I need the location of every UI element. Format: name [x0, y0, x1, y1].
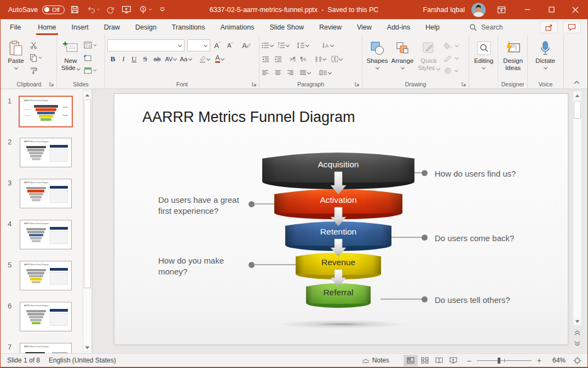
change-case-button[interactable]: Aa	[178, 56, 193, 62]
search-box[interactable]: Search	[469, 24, 503, 31]
close-button[interactable]	[563, 0, 587, 19]
canvas-scrollbar[interactable]	[573, 91, 582, 326]
ltr-button[interactable]: >¶	[290, 56, 296, 62]
arrange-button[interactable]: Arrange	[390, 37, 415, 79]
tab-review[interactable]: Review	[312, 19, 349, 35]
slide-thumbnail-2[interactable]: AARRR Metrics Funnel Diagram	[20, 138, 72, 167]
slide-thumbnail-7[interactable]: AARRR Metrics Funnel Diagram	[20, 343, 72, 353]
callout-text[interactable]: Do users tell others?	[435, 295, 510, 306]
clipboard-dialog-launcher[interactable]	[49, 81, 55, 87]
italic-button[interactable]: I	[118, 55, 129, 63]
user-name[interactable]: Farshad Iqbal	[423, 6, 465, 14]
zoom-level[interactable]: 64%	[546, 357, 566, 364]
touch-mode-dropdown-icon[interactable]	[148, 8, 152, 11]
undo-icon[interactable]	[84, 3, 97, 16]
slide-thumbnail-1[interactable]: AARRR Metrics Funnel Diagram	[20, 97, 72, 126]
increase-indent-button[interactable]	[274, 56, 282, 62]
font-name-combo[interactable]	[107, 39, 185, 51]
underline-button[interactable]: U	[129, 55, 140, 63]
funnel-diagram[interactable]: AcquisitionActivationRetentionRevenueRef…	[114, 94, 569, 346]
align-left-button[interactable]	[262, 70, 269, 76]
tab-slide-show[interactable]: Slide Show	[262, 19, 312, 35]
section-button[interactable]	[82, 65, 98, 76]
next-slide-button[interactable]	[573, 339, 582, 348]
numbering-button[interactable]	[278, 42, 289, 49]
save-icon[interactable]	[68, 3, 81, 16]
zoom-out-button[interactable]: –	[467, 356, 471, 365]
character-spacing-button[interactable]: AV	[164, 56, 178, 62]
reset-slide-button[interactable]	[82, 52, 98, 63]
autosave-toggle[interactable]: Off	[42, 5, 65, 14]
canvas-scroll-up-icon[interactable]	[573, 91, 581, 100]
quick-styles-button[interactable]: Quick Styles	[415, 37, 442, 79]
dictate-button[interactable]: Dictate	[530, 37, 561, 79]
tab-help[interactable]: Help	[418, 19, 447, 35]
align-text-button[interactable]	[331, 56, 342, 62]
callout-text[interactable]: Do users have a great first experience?	[158, 195, 239, 216]
minimize-button[interactable]	[515, 0, 539, 19]
collapse-ribbon-button[interactable]	[574, 80, 580, 84]
thumbnail-scrollbar-thumb[interactable]	[84, 100, 91, 288]
canvas-scroll-down-icon[interactable]	[573, 317, 581, 325]
font-dialog-launcher[interactable]	[252, 81, 257, 87]
thumb-scroll-up-icon[interactable]	[83, 91, 91, 99]
align-center-button[interactable]	[274, 70, 281, 76]
tab-home[interactable]: Home	[30, 19, 64, 35]
shape-outline-button[interactable]	[442, 52, 460, 64]
slide-indicator[interactable]: Slide 1 of 8	[1, 357, 49, 364]
bold-button[interactable]: B	[107, 55, 118, 63]
slideshow-view-button[interactable]	[446, 355, 460, 366]
tab-add-ins[interactable]: Add-ins	[379, 19, 418, 35]
slide-thumbnail-3[interactable]: AARRR Metrics Funnel Diagram	[20, 179, 72, 208]
highlight-color-button[interactable]	[197, 55, 212, 63]
format-painter-button[interactable]	[28, 65, 43, 76]
clear-formatting-button[interactable]: A	[240, 42, 253, 50]
shape-effects-button[interactable]	[442, 65, 460, 77]
shrink-font-button[interactable]: Aˇ	[224, 42, 235, 49]
grow-font-button[interactable]: Aˆ	[211, 42, 223, 50]
shapes-button[interactable]: Shapes	[365, 37, 390, 79]
thumbnail-scrollbar[interactable]	[83, 90, 92, 352]
decrease-indent-button[interactable]	[262, 56, 269, 62]
font-size-combo[interactable]	[187, 39, 210, 51]
slide-sorter-view-button[interactable]	[418, 355, 432, 366]
redo-icon[interactable]	[103, 3, 117, 16]
maximize-button[interactable]	[539, 0, 563, 19]
bullets-button[interactable]	[262, 42, 273, 49]
tab-insert[interactable]: Insert	[64, 19, 96, 35]
justify-button[interactable]	[299, 70, 310, 76]
tab-draw[interactable]: Draw	[96, 19, 128, 35]
zoom-slider-thumb[interactable]	[498, 358, 500, 364]
tab-view[interactable]: View	[349, 19, 379, 35]
copy-button[interactable]	[28, 52, 43, 63]
share-button[interactable]	[540, 21, 558, 33]
ribbon-display-options-icon[interactable]	[493, 5, 510, 14]
callout-text[interactable]: Do users come back?	[435, 233, 514, 244]
zoom-slider[interactable]	[477, 360, 532, 361]
editing-button[interactable]: Editing	[471, 37, 496, 79]
slide-thumbnail-6[interactable]: AARRR Metrics Funnel Diagram	[20, 302, 72, 331]
convert-to-smartart-button[interactable]	[319, 69, 331, 76]
strikethrough-button[interactable]: S	[140, 55, 151, 63]
tab-design[interactable]: Design	[128, 19, 164, 35]
drawing-dialog-launcher[interactable]	[462, 81, 467, 87]
cut-button[interactable]	[28, 39, 43, 51]
previous-slide-button[interactable]	[573, 329, 582, 337]
font-color-button[interactable]: A	[212, 55, 227, 63]
zoom-in-button[interactable]: +	[537, 356, 541, 365]
paragraph-dialog-launcher[interactable]	[355, 81, 360, 87]
slide-thumbnail-5[interactable]: AARRR Metrics Funnel Diagram	[20, 261, 72, 290]
callout-text[interactable]: How do users find us?	[435, 168, 516, 179]
align-right-button[interactable]	[287, 70, 294, 76]
start-slideshow-icon[interactable]	[120, 3, 133, 16]
comments-button[interactable]	[563, 21, 581, 33]
canvas-scrollbar-thumb[interactable]	[574, 101, 581, 119]
user-avatar[interactable]	[471, 3, 486, 17]
thumb-scroll-down-icon[interactable]	[83, 343, 91, 352]
text-direction-button[interactable]: A	[322, 42, 333, 49]
customize-quick-access-icon[interactable]	[155, 3, 169, 16]
text-shadow-button[interactable]: ab	[151, 56, 164, 62]
rtl-button[interactable]: ¶<	[300, 56, 306, 62]
touch-mouse-mode-icon[interactable]	[136, 3, 149, 16]
normal-view-button[interactable]	[403, 355, 418, 366]
